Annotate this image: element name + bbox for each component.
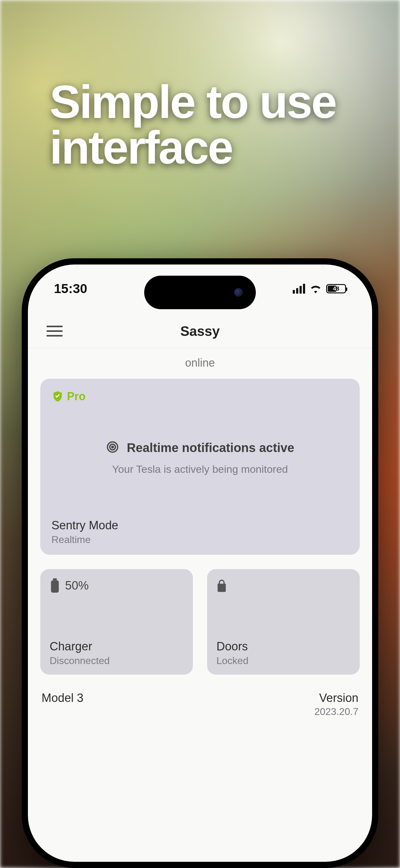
promo-headline: Simple to use interface	[49, 79, 336, 170]
pro-badge: Pro	[52, 390, 348, 403]
menu-button[interactable]	[46, 322, 65, 341]
vehicle-model: Model 3	[41, 691, 84, 705]
doors-title: Doors	[216, 640, 351, 653]
battery-indicator: 48	[326, 284, 346, 293]
phone-screen: 15:30 48 Sassy online	[28, 265, 372, 862]
footer-row: Model 3 Version 2023.20.7	[28, 675, 372, 717]
sentry-footer-sub: Realtime	[52, 534, 348, 546]
cellular-signal-icon	[293, 284, 305, 294]
svg-rect-3	[53, 578, 57, 580]
app-header: Sassy	[28, 314, 372, 348]
promo-headline-line1: Simple to use	[49, 79, 336, 125]
connection-status: online	[28, 348, 372, 379]
shield-check-icon	[52, 390, 64, 403]
version-label: Version	[314, 691, 359, 705]
sentry-card[interactable]: Pro Realtime notifications active Your T…	[40, 379, 360, 555]
dynamic-island	[144, 276, 256, 309]
charger-value: 50%	[65, 579, 89, 592]
target-icon	[106, 440, 120, 455]
charger-title: Charger	[49, 640, 184, 653]
sentry-footer-title: Sentry Mode	[52, 519, 348, 532]
sentry-title: Realtime notifications active	[127, 441, 294, 455]
charger-card[interactable]: 50% Charger Disconnected	[40, 569, 193, 675]
sentry-subtitle: Your Tesla is actively being monitored	[55, 463, 345, 475]
status-time: 15:30	[54, 281, 87, 296]
battery-icon	[49, 578, 60, 593]
svg-point-2	[112, 446, 113, 448]
app-title: Sassy	[180, 323, 220, 339]
pro-badge-label: Pro	[67, 390, 86, 403]
svg-rect-4	[51, 580, 59, 593]
battery-percent: 48	[327, 285, 345, 292]
phone-frame: 15:30 48 Sassy online	[22, 258, 378, 868]
charger-sub: Disconnected	[49, 655, 184, 666]
lock-icon	[216, 578, 227, 593]
doors-sub: Locked	[216, 655, 351, 666]
version-value: 2023.20.7	[314, 706, 359, 717]
promo-headline-line2: interface	[49, 125, 336, 170]
app-content: Sassy online Pro	[28, 314, 372, 862]
doors-card[interactable]: Doors Locked	[207, 569, 360, 675]
wifi-icon	[309, 284, 322, 293]
